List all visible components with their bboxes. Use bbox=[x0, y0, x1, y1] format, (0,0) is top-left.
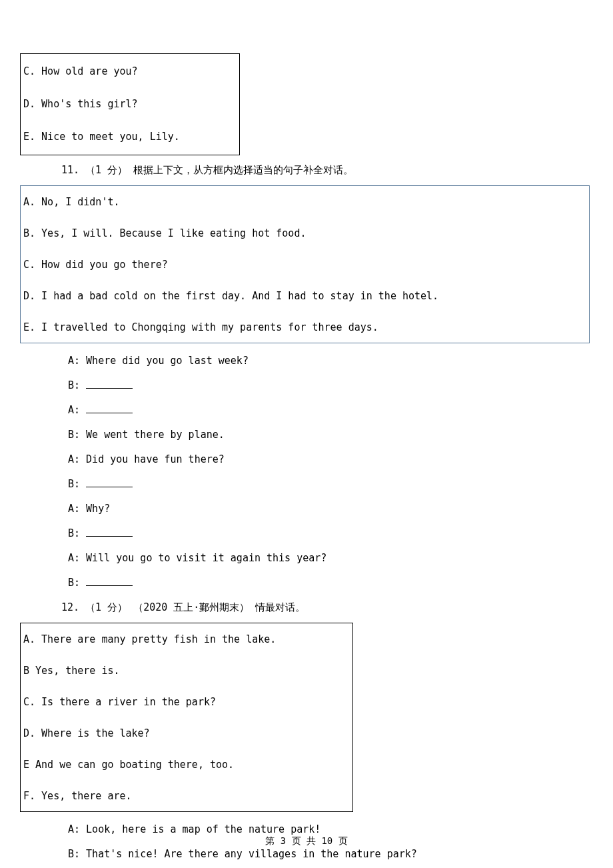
dialog-line: A: Where did you go last week? bbox=[68, 354, 593, 368]
speaker-label: B: bbox=[68, 577, 86, 589]
dialog-line: A: bbox=[68, 403, 593, 417]
option-b: B Yes, there is. bbox=[23, 664, 350, 678]
fill-blank[interactable] bbox=[86, 478, 133, 487]
option-d: D. Who's this girl? bbox=[23, 97, 237, 111]
dialog-1: A: Where did you go last week? B: A: B: … bbox=[68, 354, 593, 590]
option-c: C. How did you go there? bbox=[23, 258, 586, 272]
dialog-line: B: bbox=[68, 576, 593, 590]
dialog-line: A: Why? bbox=[68, 502, 593, 516]
page-footer: 第 3 页 共 10 页 bbox=[0, 835, 613, 848]
option-d: D. I had a bad cold on the first day. An… bbox=[23, 289, 586, 303]
dialog-line: B: That's nice! Are there any villages i… bbox=[68, 847, 593, 861]
speaker-label: B: bbox=[68, 379, 86, 391]
option-box-1: C. How old are you? D. Who's this girl? … bbox=[20, 53, 240, 155]
fill-blank[interactable] bbox=[86, 379, 133, 389]
option-c: C. How old are you? bbox=[23, 65, 237, 79]
option-e: E And we can go boating there, too. bbox=[23, 758, 350, 772]
option-e: E. Nice to meet you, Lily. bbox=[23, 130, 237, 144]
option-d: D. Where is the lake? bbox=[23, 727, 350, 741]
question-12: 12. （1 分） （2020 五上·鄞州期末） 情最对话。 bbox=[61, 601, 593, 615]
dialog-line: B: We went there by plane. bbox=[68, 428, 593, 442]
option-a: A. There are many pretty fish in the lak… bbox=[23, 633, 350, 647]
question-11: 11. （1 分） 根据上下文，从方框内选择适当的句子补全对话。 bbox=[61, 163, 593, 177]
dialog-line: A: Did you have fun there? bbox=[68, 453, 593, 467]
option-c: C. Is there a river in the park? bbox=[23, 695, 350, 709]
speaker-label: A: bbox=[68, 404, 86, 416]
option-b: B. Yes, I will. Because I like eating ho… bbox=[23, 227, 586, 241]
fill-blank[interactable] bbox=[86, 577, 133, 586]
option-box-3: A. There are many pretty fish in the lak… bbox=[20, 623, 353, 812]
speaker-label: B: bbox=[68, 527, 86, 539]
dialog-line: A: Will you go to visit it again this ye… bbox=[68, 551, 593, 565]
dialog-line: B: bbox=[68, 527, 593, 541]
fill-blank[interactable] bbox=[86, 404, 133, 413]
dialog-line: B: bbox=[68, 379, 593, 393]
fill-blank[interactable] bbox=[86, 527, 133, 537]
option-f: F. Yes, there are. bbox=[23, 789, 350, 803]
dialog-line: B: bbox=[68, 477, 593, 491]
option-a: A. No, I didn't. bbox=[23, 195, 586, 209]
option-e: E. I travelled to Chongqing with my pare… bbox=[23, 321, 586, 335]
option-box-2: A. No, I didn't. B. Yes, I will. Because… bbox=[20, 185, 590, 343]
speaker-label: B: bbox=[68, 478, 86, 490]
